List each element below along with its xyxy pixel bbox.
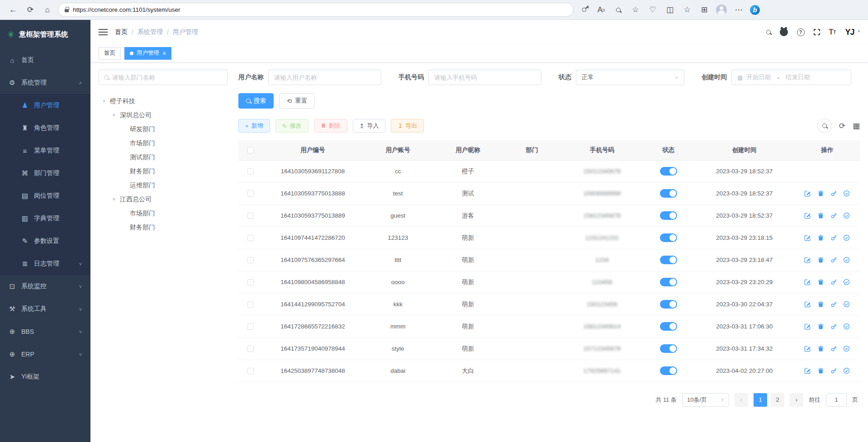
status-toggle[interactable]	[660, 278, 677, 286]
sidebar-item-bbs[interactable]: ⊕ BBS ∨	[0, 320, 90, 343]
breadcrumb-home[interactable]: 首页	[115, 28, 128, 36]
tree-node[interactable]: 市场部门	[99, 136, 228, 150]
row-checkbox[interactable]	[247, 368, 254, 374]
row-checkbox[interactable]	[247, 190, 254, 197]
favorites-bar-icon[interactable]: ☆	[680, 3, 694, 17]
username-input[interactable]	[268, 70, 381, 85]
page-button-1[interactable]: 1	[754, 393, 767, 407]
sidebar-item-post[interactable]: ▤ 岗位管理	[0, 185, 90, 207]
fullscreen-icon[interactable]	[814, 29, 820, 35]
status-toggle[interactable]	[660, 167, 677, 176]
split-screen-icon[interactable]: ◫	[663, 3, 677, 17]
prev-page-button[interactable]: ‹	[735, 393, 748, 407]
browser-home-icon[interactable]: ⌂	[41, 3, 54, 17]
reset-password-icon[interactable]	[830, 190, 837, 197]
column-header[interactable]: 创建时间	[694, 140, 795, 160]
collapse-sidebar-icon[interactable]	[99, 29, 108, 35]
status-toggle[interactable]	[660, 256, 677, 264]
assign-role-icon[interactable]	[843, 367, 850, 374]
row-checkbox[interactable]	[247, 346, 254, 352]
column-header[interactable]: 操作	[795, 140, 860, 160]
zoom-icon[interactable]	[612, 3, 625, 17]
dept-search-input[interactable]	[112, 74, 222, 81]
delete-row-icon[interactable]	[817, 345, 824, 352]
sidebar-item-dept[interactable]: ⌘ 部门管理	[0, 162, 90, 185]
row-checkbox[interactable]	[247, 301, 254, 308]
help-icon[interactable]: ?	[797, 29, 805, 36]
select-all-checkbox[interactable]	[247, 147, 254, 153]
edit-row-icon[interactable]	[804, 367, 811, 374]
sidebar-item-user[interactable]: ♟ 用户管理	[0, 94, 90, 117]
more-menu-icon[interactable]: ⋯	[732, 3, 745, 17]
reset-password-icon[interactable]	[830, 367, 837, 374]
chevron-down-icon[interactable]: ▾	[858, 29, 860, 33]
sidebar-item-log[interactable]: ≣ 日志管理 ∨	[0, 252, 90, 275]
goto-page-input[interactable]	[826, 393, 847, 407]
assign-role-icon[interactable]	[843, 323, 850, 330]
tree-node[interactable]: ▾ 深圳总公司	[99, 108, 228, 122]
import-button[interactable]: ↥ 导入	[353, 119, 386, 133]
assign-role-icon[interactable]	[843, 345, 850, 352]
delete-row-icon[interactable]	[817, 301, 824, 308]
tree-node[interactable]: ▾ 橙子科技	[99, 94, 228, 108]
status-toggle[interactable]	[660, 366, 677, 375]
page-button-2[interactable]: 2	[771, 393, 784, 407]
read-aloud-icon[interactable]: A))	[594, 3, 608, 17]
delete-row-icon[interactable]	[817, 279, 824, 285]
status-toggle[interactable]	[660, 233, 677, 242]
status-toggle[interactable]	[660, 300, 677, 309]
tab-user-management[interactable]: 用户管理 ×	[124, 47, 171, 60]
row-checkbox[interactable]	[247, 257, 254, 263]
reset-password-icon[interactable]	[830, 323, 837, 330]
assign-role-icon[interactable]	[843, 257, 850, 263]
assign-role-icon[interactable]	[843, 234, 850, 241]
column-header[interactable]: 状态	[643, 140, 694, 160]
reset-password-icon[interactable]	[830, 345, 837, 352]
address-bar[interactable]: https://ccnetcore.com:1101/system/user	[58, 3, 574, 17]
reset-password-icon[interactable]	[830, 279, 837, 285]
status-toggle[interactable]	[660, 211, 677, 220]
sidebar-item-monitor[interactable]: ⊡ 系统监控 ∨	[0, 275, 90, 298]
sidebar-item-home[interactable]: ⌂ 首页	[0, 49, 90, 71]
github-icon[interactable]	[780, 28, 788, 36]
search-button[interactable]: 搜索	[238, 93, 274, 109]
toggle-search-button[interactable]	[817, 119, 832, 133]
edit-row-icon[interactable]	[804, 323, 811, 330]
page-size-select[interactable]: 10条/页 ∨	[682, 393, 729, 407]
tree-node[interactable]: 运维部门	[99, 178, 228, 192]
tree-node[interactable]: 测试部门	[99, 150, 228, 164]
reset-password-icon[interactable]	[830, 234, 837, 241]
sidebar-item-dict[interactable]: ▥ 字典管理	[0, 207, 90, 230]
browser-essentials-icon[interactable]: ♡	[646, 3, 659, 17]
delete-row-icon[interactable]	[817, 234, 824, 241]
column-header[interactable]: 用户编号	[263, 140, 363, 160]
sidebar-item-param[interactable]: ✎ 参数设置	[0, 230, 90, 252]
next-page-button[interactable]: ›	[790, 393, 803, 407]
status-toggle[interactable]	[660, 344, 677, 353]
assign-role-icon[interactable]	[843, 190, 850, 197]
edit-row-icon[interactable]	[804, 257, 811, 263]
delete-row-icon[interactable]	[817, 367, 824, 374]
column-settings-button[interactable]: ▦	[853, 121, 860, 131]
edit-button[interactable]: ✎ 修改	[275, 119, 308, 133]
edit-row-icon[interactable]	[804, 212, 811, 219]
assign-role-icon[interactable]	[843, 301, 850, 308]
sidebar-item-tools[interactable]: ⚒ 系统工具 ∨	[0, 298, 90, 320]
delete-row-icon[interactable]	[817, 212, 824, 219]
tree-node[interactable]: 市场部门	[99, 206, 228, 220]
row-checkbox[interactable]	[247, 279, 254, 285]
reset-password-icon[interactable]	[830, 301, 837, 308]
reload-icon[interactable]: ⟳	[24, 3, 37, 17]
reset-button[interactable]: ⟲ 重置	[279, 93, 315, 109]
status-toggle[interactable]	[660, 322, 677, 331]
edit-row-icon[interactable]	[804, 345, 811, 352]
phone-input[interactable]	[428, 70, 541, 85]
close-tab-icon[interactable]: ×	[162, 50, 166, 57]
reset-password-icon[interactable]	[830, 212, 837, 219]
tree-node[interactable]: ▾ 江西总公司	[99, 192, 228, 206]
edit-row-icon[interactable]	[804, 279, 811, 285]
tab-home[interactable]: 首页	[99, 47, 121, 60]
search-icon[interactable]	[766, 30, 771, 34]
profile-avatar[interactable]	[715, 3, 728, 17]
row-checkbox[interactable]	[247, 323, 254, 330]
